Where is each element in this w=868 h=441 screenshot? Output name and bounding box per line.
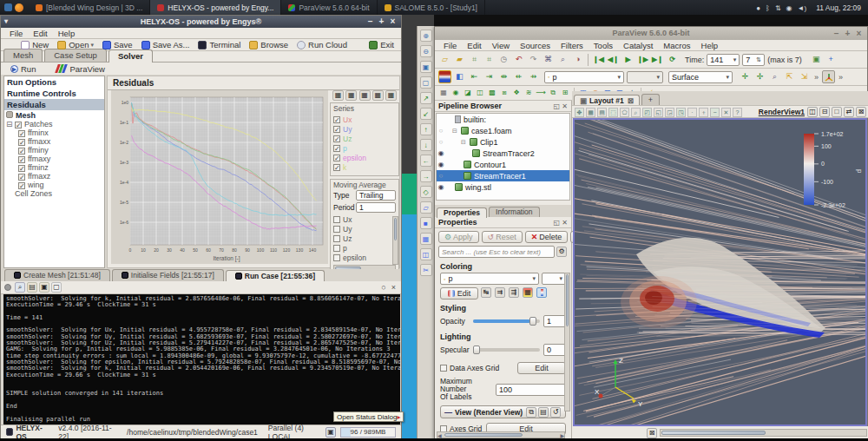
clock[interactable]: 11 Aug, 22:09 [816,3,861,12]
zoom-to-data-icon[interactable]: ✢ [753,70,766,83]
reset-button[interactable]: ↺Reset [482,231,523,243]
interact-icon[interactable]: ✥ [575,108,584,117]
select-points-on-icon[interactable]: ▤ [597,108,607,117]
close-view-icon[interactable]: ⊠ [856,107,866,117]
menu-help[interactable]: Help [696,40,724,52]
export-image-icon[interactable]: ▦ [345,90,357,101]
pipeline-item-StreamTracer2[interactable]: ◉StreamTracer2 [437,148,569,159]
last-frame-icon[interactable]: ▶❙ [651,53,664,66]
save-data-icon[interactable]: ▰ [453,53,466,66]
rescale-custom-icon[interactable]: ⇹ [497,70,510,83]
patch-checkbox[interactable] [18,182,25,189]
tab-case-setup[interactable]: Case Setup [44,49,107,62]
opacity-value[interactable]: 1 [543,315,566,327]
patch-checkbox[interactable] [18,148,25,155]
sidebar-item-runtime-controls[interactable]: Runtime Controls [4,88,104,99]
close-button[interactable]: × [853,27,865,40]
terminal-clear-icon[interactable]: ▢ [51,282,62,293]
maximize-button[interactable]: + [842,27,853,40]
rescale-data-icon[interactable]: ⇉ [495,287,505,298]
tree-patch-ffminy[interactable]: ffminy [4,146,104,155]
show-desktop-icon[interactable] [4,3,12,11]
frame-spinbox[interactable]: 7⇅ [742,54,765,66]
isometric-view-icon[interactable]: ◇ [420,186,432,198]
series-checkbox-Uz[interactable] [333,135,340,142]
toggle-interaction-icon[interactable]: ? [733,108,742,117]
patch-checkbox[interactable] [18,156,25,163]
coloring-component-combo[interactable]: ▾ [542,273,566,285]
menu-view[interactable]: View [487,40,515,52]
tree-patch-ffminz[interactable]: ffminz [4,163,104,172]
tab-mesh[interactable]: Mesh [3,49,43,62]
add-expression-icon[interactable]: + [825,53,838,66]
volume-icon[interactable]: ◄) [795,4,810,12]
terminal-button[interactable]: Terminal [194,39,245,50]
tree-expander-icon[interactable]: ⊟ [452,128,457,135]
pipeline-item-StreamTracer1[interactable]: ○StreamTracer1 [437,170,569,181]
camera-orientation-widget-icon[interactable] [822,70,835,83]
clip-icon[interactable]: ◪ [463,88,473,98]
tree-patches[interactable]: Patches [24,120,53,128]
dock-float-icon[interactable]: ◱ [554,102,561,110]
tab-solver[interactable]: Solver [108,49,153,63]
bluetooth-icon[interactable]: ᛒ [763,4,773,12]
patch-checkbox[interactable] [18,130,25,137]
pipeline-item-wing-stl[interactable]: ◉wing.stl [437,181,569,193]
grow-selection-icon[interactable]: ＋ [699,108,708,117]
collapse-section-icon[interactable]: — [444,408,452,417]
visibility-toggle-icon[interactable]: ○ [437,172,445,180]
ma-checkbox-Uy[interactable] [333,226,340,233]
first-frame-icon[interactable]: ❙◀ [592,53,605,66]
toolbar-overflow-button[interactable]: » [838,73,843,82]
clear-selection-icon[interactable]: ✕ [721,108,731,117]
previous-frame-icon[interactable]: ◀❙ [607,53,620,66]
menu-edit[interactable]: Edit [28,28,52,40]
chart-settings-icon[interactable]: ▦ [385,90,397,101]
rescale-visible-icon[interactable]: ⇷ [512,70,525,83]
open-status-dialog-button[interactable]: ▣ [326,427,336,438]
reset-range-icon[interactable]: ⇤ [468,70,481,83]
copy-chart-icon[interactable]: ▦ [372,90,384,101]
select-frustum-icon[interactable]: ⬚ [608,108,618,117]
menu-edit[interactable]: Edit [462,40,486,52]
minimize-button[interactable]: – [365,16,376,27]
specular-value[interactable]: 0 [543,344,566,356]
series-checkbox-p[interactable] [333,145,340,152]
dock-close-icon[interactable]: ✕ [562,219,568,227]
run-cloud-button[interactable]: Run Cloud [293,39,352,50]
max-labels-input[interactable]: 100 [496,384,566,396]
undo-icon[interactable]: ↶ [512,53,525,66]
color-field-combo[interactable]: ◦p▾ [544,71,624,83]
disconnect-icon[interactable]: ⌗ [483,53,496,66]
fit-area-icon[interactable]: ▢ [420,76,432,89]
opacity-slider[interactable] [473,319,540,323]
tree-patch-wing[interactable]: wing [4,181,104,189]
edit-color-map-button[interactable]: Edit [440,287,478,299]
contour-icon[interactable]: ◉ [450,88,461,98]
screenshot-icon[interactable]: ◉ [784,4,795,12]
copy-view-settings-icon[interactable]: ⧉ [526,407,536,418]
split-horizontal-icon[interactable]: ◫ [807,107,818,117]
bottom-scrollbar[interactable] [660,429,867,437]
exit-button[interactable]: Exit [365,39,398,50]
pipeline-item-builtin-[interactable]: builtin: [437,114,569,125]
terminal-copy-icon[interactable]: ▣ [39,282,49,293]
helyx-titlebar[interactable]: ▾ HELYX-OS - powered by Engys® –+× [1,16,401,28]
coloring-field-combo[interactable]: ◦p▾ [440,273,539,285]
renderview-label[interactable]: RenderView1 [759,108,805,116]
glyph-icon[interactable]: ❖ [511,88,522,98]
bottom-view-icon[interactable]: ↓ [420,139,432,151]
residuals-chart[interactable]: 01020304050607080901001101201301401e01e-… [111,90,328,264]
patches-checkbox[interactable] [15,122,22,128]
select-block-icon[interactable]: ◰ [642,108,652,117]
tree-patch-ffmaxy[interactable]: ffmaxy [4,155,104,163]
color-palette-icon[interactable]: ◑ [571,53,584,66]
toggle-color-legend-icon[interactable]: ▥ [438,70,451,83]
collapse-panel-icon[interactable]: ⊠ [647,428,657,438]
pipeline-item-Contour1[interactable]: ◉Contour1 [437,159,569,170]
rescale-range-icon[interactable]: ↹ [481,287,491,298]
play-icon[interactable]: ▶ [621,53,635,66]
zoom-out-icon[interactable]: ⊖ [420,45,432,57]
search-options-gear-icon[interactable]: ⚙ [556,247,567,257]
taskbar-window-button[interactable]: ParaView 5.6.0 64-bit [281,0,377,15]
